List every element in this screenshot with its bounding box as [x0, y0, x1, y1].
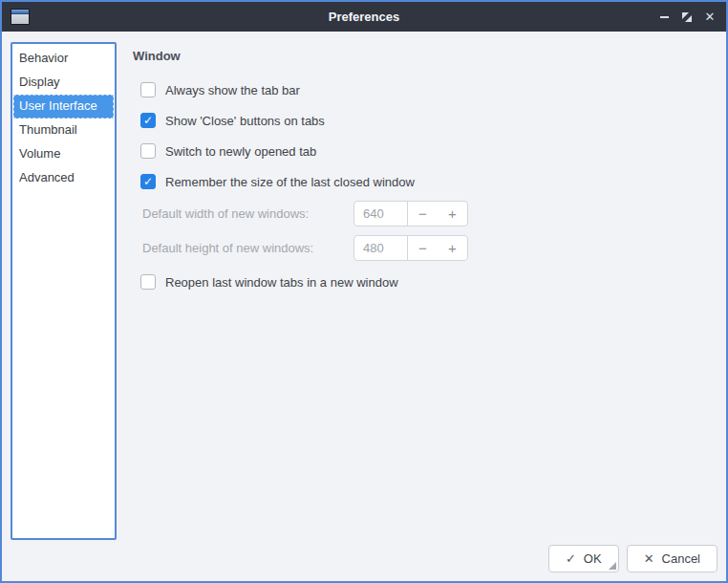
row-switch-to-new-tab: ✓ Switch to newly opened tab: [140, 143, 316, 159]
cancel-button[interactable]: ✕ Cancel: [627, 545, 717, 572]
sidebar-item-thumbnail[interactable]: Thumbnail: [13, 119, 114, 142]
spin-decrement-button[interactable]: −: [408, 236, 438, 260]
dialog-buttons: ✓ OK ✕ Cancel: [548, 545, 717, 572]
ok-button-label: OK: [584, 551, 602, 566]
default-height-spinbox: − +: [353, 235, 468, 261]
row-default-height: Default height of new windows: − +: [142, 235, 468, 261]
section-title-window: Window: [133, 49, 181, 63]
spin-increment-button[interactable]: +: [438, 202, 467, 226]
cancel-x-icon: ✕: [644, 551, 654, 566]
ok-button[interactable]: ✓ OK: [548, 545, 619, 572]
sidebar-item-advanced[interactable]: Advanced: [13, 166, 114, 190]
titlebar-controls: ✕: [656, 10, 717, 25]
checkbox-show-close-buttons[interactable]: ✓: [140, 113, 156, 128]
checkbox-always-show-tab-bar[interactable]: ✓: [140, 82, 156, 97]
default-height-input[interactable]: [354, 236, 408, 260]
row-always-show-tab-bar: ✓ Always show the tab bar: [140, 82, 300, 97]
dialog-body: Behavior Display User Interface Thumbnai…: [2, 32, 726, 581]
default-button-marker: [609, 562, 616, 570]
checkbox-label[interactable]: Always show the tab bar: [165, 83, 300, 97]
restore-icon: [681, 11, 693, 23]
minimize-icon: [660, 16, 669, 18]
default-width-label: Default width of new windows:: [142, 206, 348, 221]
window-title: Preferences: [2, 10, 726, 24]
sidebar-item-user-interface[interactable]: User Interface: [13, 95, 114, 119]
spin-increment-button[interactable]: +: [438, 236, 467, 260]
checkbox-remember-window-size[interactable]: ✓: [140, 174, 156, 189]
sidebar-item-behavior[interactable]: Behavior: [13, 47, 114, 71]
sidebar-item-volume[interactable]: Volume: [13, 142, 114, 166]
checkbox-switch-to-new-tab[interactable]: ✓: [140, 143, 156, 159]
row-default-width: Default width of new windows: − +: [142, 201, 468, 227]
spin-decrement-button[interactable]: −: [408, 202, 438, 226]
checkbox-label[interactable]: Reopen last window tabs in a new window: [165, 275, 398, 290]
category-list[interactable]: Behavior Display User Interface Thumbnai…: [11, 42, 117, 540]
checkbox-label[interactable]: Show 'Close' buttons on tabs: [165, 114, 325, 128]
restore-button[interactable]: [679, 10, 695, 25]
preferences-dialog: Preferences ✕ Behavior Display User Inte…: [0, 0, 728, 583]
titlebar[interactable]: Preferences ✕: [2, 2, 726, 32]
close-button[interactable]: ✕: [702, 10, 717, 25]
default-width-spinbox: − +: [353, 201, 468, 227]
default-height-label: Default height of new windows:: [142, 241, 348, 255]
check-icon: ✓: [143, 176, 153, 187]
row-remember-window-size: ✓ Remember the size of the last closed w…: [140, 174, 415, 189]
minimize-button[interactable]: [656, 10, 672, 25]
sidebar-item-display[interactable]: Display: [13, 71, 114, 95]
row-reopen-last-tabs: ✓ Reopen last window tabs in a new windo…: [140, 274, 398, 290]
checkbox-label[interactable]: Switch to newly opened tab: [165, 144, 316, 159]
row-show-close-buttons: ✓ Show 'Close' buttons on tabs: [140, 113, 325, 128]
cancel-button-label: Cancel: [662, 551, 700, 566]
ok-check-icon: ✓: [566, 551, 576, 566]
check-icon: ✓: [143, 115, 153, 126]
checkbox-reopen-last-tabs[interactable]: ✓: [140, 274, 156, 290]
window-app-icon-bar: [11, 10, 29, 14]
checkbox-label[interactable]: Remember the size of the last closed win…: [165, 175, 415, 189]
window-app-icon: [11, 9, 30, 25]
default-width-input[interactable]: [354, 202, 408, 226]
